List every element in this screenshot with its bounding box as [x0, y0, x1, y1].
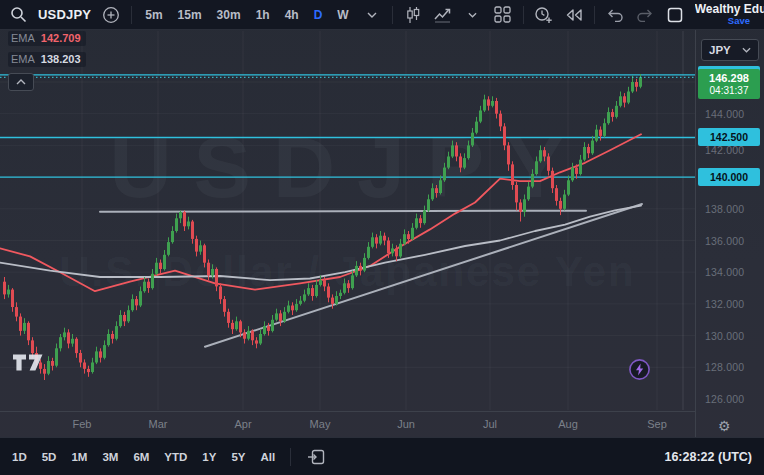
axis-settings-gear-icon[interactable]: ⚙ [718, 418, 731, 434]
last-price-badge: 146.29804:31:37 [698, 69, 760, 99]
timeframe-5m[interactable]: 5m [142, 6, 165, 24]
undo-icon[interactable] [605, 3, 625, 27]
redo-icon[interactable] [635, 3, 655, 27]
ema-fast-value: 142.709 [41, 32, 81, 44]
month-label-aug: Aug [558, 418, 578, 430]
clock-utc[interactable]: 16:28:22 (UTC) [664, 450, 752, 464]
price-label-136.000: 136.000 [705, 235, 744, 247]
month-label-apr: Apr [234, 418, 251, 430]
range-1d[interactable]: 1D [12, 451, 27, 463]
toolbar-divider [392, 6, 393, 24]
month-label-jul: Jul [483, 418, 497, 430]
timeframe-group: 5m15m30m1h4hDW [142, 6, 351, 24]
timeframe-d[interactable]: D [311, 6, 326, 24]
price-label-134.000: 134.000 [705, 266, 744, 278]
currency-selector[interactable]: JPY [701, 39, 759, 61]
boost-flash-button[interactable] [628, 358, 651, 385]
month-label-sep: Sep [647, 418, 667, 430]
chart-style-candles-icon[interactable] [403, 3, 423, 27]
tradingview-logo[interactable] [12, 352, 44, 377]
timeframe-15m[interactable]: 15m [175, 6, 205, 24]
price-axis[interactable]: JPY 144.000142.000138.000136.000134.0001… [695, 30, 764, 437]
range-5d[interactable]: 5D [42, 451, 57, 463]
timeframe-1h[interactable]: 1h [253, 6, 273, 24]
range-ytd[interactable]: YTD [164, 451, 187, 463]
fullscreen-box-icon[interactable] [665, 3, 685, 27]
level-badge-140.000: 140.000 [698, 168, 760, 186]
month-label-jun: Jun [397, 418, 415, 430]
time-axis[interactable]: FebMarAprMayJunJulAugSep [0, 411, 695, 437]
compare-add-icon[interactable] [101, 3, 121, 27]
candlestick-chart [0, 0, 695, 437]
timeframe-chevron-down-icon[interactable] [362, 3, 382, 27]
replay-icon[interactable] [564, 3, 584, 27]
toolbar-divider [131, 6, 132, 24]
ema-fast-legend-row[interactable]: EMA 142.709 [8, 31, 86, 46]
trading-chart-app: USDJPY 5m15m30m1h4hDW [0, 0, 764, 475]
price-label-144.000: 144.000 [705, 108, 744, 120]
ema-fast-label: EMA [11, 32, 35, 44]
timeframe-w[interactable]: W [334, 6, 351, 24]
range-group: 1D5D1M3M6MYTD1Y5YAll [12, 451, 275, 463]
indicators-icon[interactable] [433, 3, 453, 27]
level-badge-142.500: 142.500 [698, 128, 760, 146]
ema-slow-label: EMA [11, 53, 35, 65]
account-block[interactable]: Wealthy Educ... Save [695, 3, 764, 26]
month-label-feb: Feb [73, 418, 92, 430]
range-1y[interactable]: 1Y [202, 451, 216, 463]
price-label-142.000: 142.000 [705, 144, 744, 156]
price-label-138.000: 138.000 [705, 203, 744, 215]
range-5y[interactable]: 5Y [231, 451, 245, 463]
range-all[interactable]: All [261, 451, 276, 463]
range-1m[interactable]: 1M [71, 451, 87, 463]
ascending-trendline[interactable] [205, 204, 642, 347]
price-label-130.000: 130.000 [705, 330, 744, 342]
range-6m[interactable]: 6M [133, 451, 149, 463]
layout-grid-icon[interactable] [493, 3, 513, 27]
currency-label: JPY [709, 44, 731, 56]
last-price-value: 146.298 [709, 72, 749, 85]
ema-slow-value: 138.203 [41, 53, 81, 65]
month-label-mar: Mar [149, 418, 168, 430]
search-icon[interactable] [8, 3, 28, 27]
ema-slow-legend-row[interactable]: EMA 138.203 [8, 52, 86, 67]
toolbar-divider [290, 448, 291, 466]
bottom-toolbar: 1D5D1M3M6MYTD1Y5YAll 16:28:22 (UTC) [0, 437, 764, 475]
timeframe-30m[interactable]: 30m [214, 6, 244, 24]
bar-countdown: 04:31:37 [710, 85, 749, 97]
price-label-132.000: 132.000 [705, 298, 744, 310]
save-button[interactable]: Save [728, 16, 750, 26]
month-label-may: May [310, 418, 331, 430]
toolbar-divider [523, 6, 524, 24]
timeframe-4h[interactable]: 4h [282, 6, 302, 24]
alert-clock-icon[interactable] [534, 3, 554, 27]
horizontal-resistance[interactable] [100, 211, 586, 212]
legend-collapse-button[interactable] [8, 73, 34, 91]
go-to-date-calendar-icon[interactable] [306, 445, 326, 469]
toolbar-divider [594, 6, 595, 24]
range-3m[interactable]: 3M [102, 451, 118, 463]
top-toolbar: USDJPY 5m15m30m1h4hDW [0, 0, 764, 30]
account-name[interactable]: Wealthy Educ... [695, 3, 764, 16]
indicators-chevron-down-icon[interactable] [463, 3, 483, 27]
price-label-126.000: 126.000 [705, 393, 744, 405]
price-label-128.000: 128.000 [705, 361, 744, 373]
symbol-name[interactable]: USDJPY [38, 7, 91, 22]
